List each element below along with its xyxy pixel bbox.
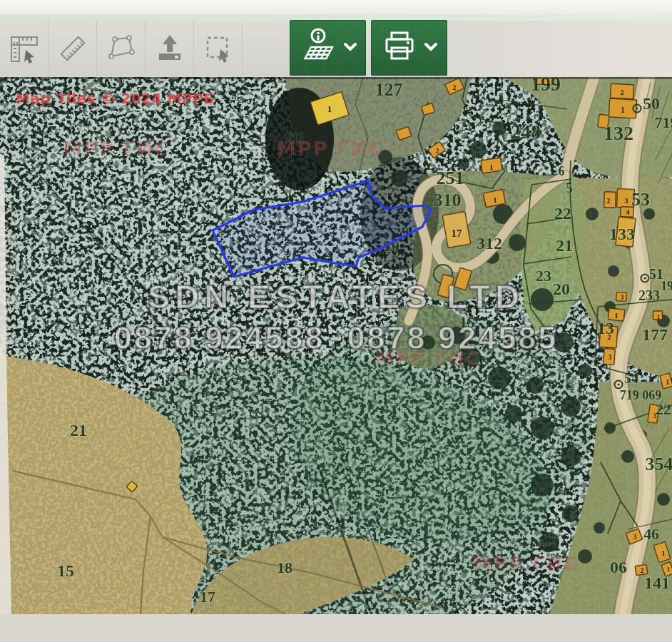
parcel-label: 6 <box>559 164 565 178</box>
window-top-strip <box>0 0 672 14</box>
parcel-label: 18 <box>277 559 292 576</box>
map-copyright: Map Tiles © 2024 МРРБ <box>16 90 215 107</box>
tile-watermark: МРР ГИС <box>472 553 579 575</box>
building-number-label: 1 <box>666 378 670 386</box>
chevron-down-icon <box>424 41 437 54</box>
parcel-label: 22 <box>656 400 671 418</box>
parcel-label: 141 <box>644 574 670 592</box>
parcel-label: 46 <box>643 525 659 543</box>
watermark-company: SDN ESTATES LTD <box>0 277 672 316</box>
dashed-selection-cursor-icon <box>202 32 235 65</box>
screenshot-root: { "toolbar": { "accent_green": "#2b6e3d"… <box>0 0 672 642</box>
building-number-label: 1 <box>662 549 666 557</box>
building-number-label: 2 <box>453 83 457 91</box>
building-number-label: 1 <box>327 103 332 114</box>
map-toolbar <box>0 21 672 76</box>
building-number-label: 3 <box>624 196 628 205</box>
polygon-vertices-icon <box>105 32 138 65</box>
upload-icon <box>153 32 186 65</box>
button-separator <box>366 21 371 76</box>
building-number-label: 4 <box>626 208 630 216</box>
tile-watermark: МРР ГИС <box>63 138 169 160</box>
parcel-label: 132 <box>604 122 633 144</box>
parcel-label: 50 <box>643 94 660 113</box>
parcel-label: 24 <box>459 120 472 134</box>
toolbar-spacer <box>243 21 290 76</box>
parcel-label: 53 <box>631 189 650 210</box>
building-number-label: 2 <box>607 197 611 205</box>
parcel-label: 21 <box>556 236 573 255</box>
layers-info-dropdown-button[interactable] <box>290 20 366 76</box>
tile-watermark: МРР ГИС <box>277 138 383 160</box>
parcel-label: 199 <box>531 77 561 95</box>
parcel-label: 251 <box>437 168 464 188</box>
building-number-label: 1 <box>493 195 497 204</box>
parcel-label: 5 <box>566 180 573 195</box>
parcel-label: 127 <box>375 79 403 100</box>
building-number-label: 1 <box>667 566 671 573</box>
printer-icon <box>382 29 417 67</box>
chevron-down-icon <box>344 41 357 54</box>
toolbar-right-filler <box>447 21 672 76</box>
parcel-label: 133 <box>609 225 635 243</box>
building-number-label: 3 <box>633 533 637 541</box>
screen-bottom-bezel <box>0 614 672 642</box>
map-info-layers-icon <box>300 26 337 70</box>
survey-point-dot <box>636 107 638 109</box>
parcel-label: 312 <box>477 234 502 253</box>
building-number-label: 17 <box>452 228 463 239</box>
measure-distance-tool-button[interactable] <box>49 21 97 76</box>
parcel-label: 54 <box>624 370 638 386</box>
parcel-label: 719 <box>655 113 672 131</box>
building-number-label: 2 <box>641 566 644 574</box>
building-number-label: 2 <box>436 147 439 155</box>
survey-point-dot <box>617 383 619 385</box>
parcel-label: 21 <box>70 421 87 439</box>
building-number-label: 1 <box>621 105 625 115</box>
select-region-tool-button[interactable] <box>194 21 243 76</box>
measure-area-tool-button[interactable] <box>97 21 146 76</box>
building-number-label: 2 <box>620 88 624 96</box>
parcel-label: 22 <box>554 204 571 223</box>
parcel-label: 310 <box>434 190 462 210</box>
parcel-label: 15 <box>57 561 74 580</box>
upload-tool-button[interactable] <box>146 21 194 76</box>
ruler-icon <box>56 32 89 65</box>
print-dropdown-button[interactable] <box>371 20 447 76</box>
parcel-label: 17 <box>200 588 215 606</box>
parcel-label: 354 <box>646 454 672 474</box>
corner-ruler-cursor-icon <box>9 33 40 64</box>
parcel-label: 06 <box>610 558 627 576</box>
corner-ruler-tool-button[interactable] <box>0 21 49 76</box>
parcel-label: 248 <box>511 121 541 143</box>
building-number-label: 1 <box>489 163 494 171</box>
watermark-phones: 0878 924588 0878 924585 <box>0 320 672 357</box>
